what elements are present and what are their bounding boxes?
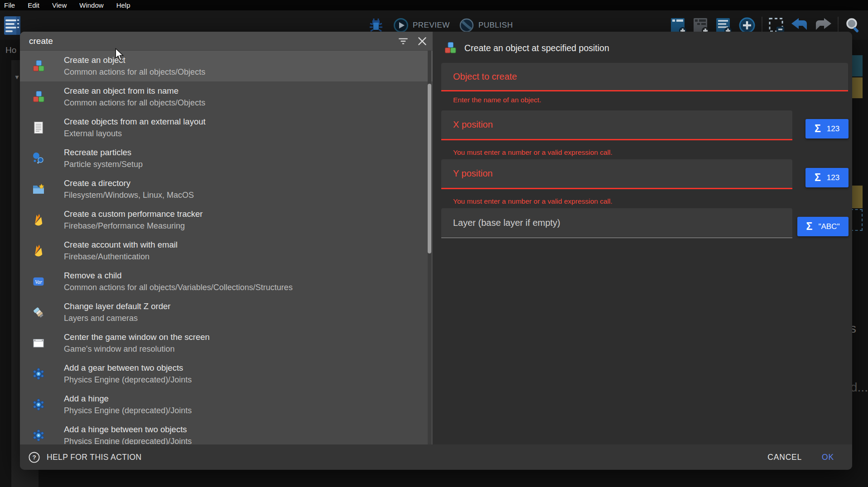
toolbar-separator [762, 17, 762, 34]
sigma-icon: Σ [815, 172, 821, 183]
action-item-title: Recreate particles [64, 148, 143, 158]
physics-icon [32, 398, 45, 411]
y-position-field[interactable]: Y position [441, 159, 792, 189]
action-list-item[interactable]: Recreate particles Particle system/Setup [20, 143, 433, 174]
preview-button[interactable]: PREVIEW [393, 18, 450, 33]
sigma-icon: Σ [806, 221, 813, 232]
action-search-panel: Create an object Common actions for all … [20, 32, 433, 444]
help-icon: ? [28, 451, 40, 463]
debug-icon[interactable] [368, 17, 384, 33]
action-list-item[interactable]: Add a hinge Physics Engine (deprecated)/… [20, 389, 433, 420]
preview-label: PREVIEW [413, 21, 450, 30]
chevron-down-icon: ▼ [14, 74, 20, 81]
menu-edit[interactable]: Edit [28, 1, 39, 9]
action-item-subtitle: Physics Engine (deprecated)/Joints [64, 406, 192, 415]
cubes-icon [444, 41, 457, 55]
action-item-title: Change layer default Z order [64, 301, 171, 311]
action-item-title: Create account with with email [64, 240, 178, 250]
background-text-fragment: d... [850, 380, 868, 395]
menu-window[interactable]: Window [79, 1, 103, 9]
physics-icon [32, 429, 45, 442]
project-manager-icon[interactable] [3, 15, 22, 38]
action-item-subtitle: Physics Engine (deprecated)/Joints [64, 375, 192, 385]
action-list-item[interactable]: Create account with with email Firebase/… [20, 235, 433, 266]
action-item-title: Add a gear between two objects [64, 363, 192, 373]
action-item-subtitle: Common actions for all objects/Variables… [64, 283, 293, 292]
y-position-error: You must enter a number or a valid expre… [453, 197, 612, 205]
menu-file[interactable]: File [4, 1, 15, 9]
action-item-subtitle: Physics Engine (deprecated)/Joints [64, 437, 192, 444]
action-item-subtitle: Common actions for all objects/Objects [64, 67, 205, 77]
y-position-label: Y position [453, 168, 492, 179]
cubes-icon [32, 59, 45, 73]
action-item-subtitle: Firebase/Performance Measuring [64, 221, 203, 231]
firebase-icon [32, 244, 45, 258]
dialog-footer: ? HELP FOR THIS ACTION CANCEL OK [20, 444, 852, 470]
layers-icon [32, 306, 45, 319]
action-list-item[interactable]: Var Remove a child Common actions for al… [20, 266, 433, 297]
toolbar-separator [838, 17, 839, 34]
action-item-title: Add a hinge [64, 394, 192, 404]
menu-help[interactable]: Help [116, 1, 130, 9]
preview-play-icon [393, 18, 409, 33]
redo-button[interactable] [814, 18, 832, 33]
remove-selection-button[interactable] [768, 17, 785, 34]
publish-button[interactable]: PUBLISH [459, 18, 513, 33]
sigma-button-label: 123 [827, 173, 839, 182]
y-expression-builder-button[interactable]: Σ 123 [805, 168, 849, 187]
action-item-subtitle: Common actions for all objects/Objects [64, 98, 205, 108]
svg-text:Var: Var [35, 279, 43, 285]
layer-field[interactable]: Layer (base layer if empty) [441, 208, 792, 238]
action-item-subtitle: Firebase/Authentication [64, 252, 178, 262]
ok-button[interactable]: OK [822, 453, 834, 462]
menu-bar: FileEditViewWindowHelp [0, 0, 868, 10]
action-item-title: Create an object [64, 55, 205, 65]
x-position-error: You must enter a number or a valid expre… [453, 148, 612, 157]
publish-label: PUBLISH [478, 21, 513, 30]
spreadsheet-icon [32, 121, 45, 134]
action-list-item[interactable]: Create objects from an external layout E… [20, 112, 433, 143]
object-to-create-helper: Enter the name of an object. [453, 96, 541, 104]
object-to-create-label: Object to create [453, 72, 517, 82]
help-label: HELP FOR THIS ACTION [47, 453, 142, 462]
x-position-field[interactable]: X position [441, 110, 792, 140]
action-item-title: Center the game window on the screen [64, 332, 210, 342]
action-list-item[interactable]: Create a custom performance tracker Fire… [20, 205, 433, 235]
cubes-icon [32, 90, 45, 104]
action-chooser-dialog: Create an object Common actions for all … [20, 32, 852, 470]
filter-icon[interactable] [397, 35, 409, 47]
search-bar [20, 32, 433, 51]
action-list-item[interactable]: Add a hinge between two objects Physics … [20, 420, 433, 444]
action-item-title: Add a hinge between two objects [64, 425, 192, 434]
var-icon: Var [32, 275, 45, 288]
help-for-this-action-button[interactable]: ? HELP FOR THIS ACTION [28, 451, 142, 463]
sigma-button-label: "ABC" [818, 222, 839, 231]
action-list-item[interactable]: Create an object Common actions for all … [20, 51, 433, 81]
tab-home[interactable]: Ho [5, 45, 16, 55]
scrollbar-thumb[interactable] [428, 84, 431, 253]
action-item-subtitle: External layouts [64, 129, 206, 138]
cancel-button[interactable]: CANCEL [767, 453, 802, 462]
action-item-subtitle: Filesystem/Windows, Linux, MacOS [64, 191, 194, 200]
action-item-subtitle: Particle system/Setup [64, 160, 143, 169]
list-scrollbar[interactable] [428, 51, 431, 444]
layer-label: Layer (base layer if empty) [453, 218, 560, 228]
action-item-title: Create an object from its name [64, 86, 205, 96]
layer-expression-builder-button[interactable]: Σ "ABC" [797, 217, 849, 236]
action-list-item[interactable]: Create a directory Filesystem/Windows, L… [20, 174, 433, 205]
action-list-item[interactable]: Add a gear between two objects Physics E… [20, 358, 433, 389]
object-to-create-field[interactable]: Object to create [441, 63, 848, 91]
menu-view[interactable]: View [52, 1, 67, 9]
x-expression-builder-button[interactable]: Σ 123 [805, 119, 849, 138]
action-list-item[interactable]: Change layer default Z order Layers and … [20, 297, 433, 328]
x-position-label: X position [453, 119, 493, 130]
undo-button[interactable] [791, 18, 809, 33]
action-list-item[interactable]: Create an object from its name Common ac… [20, 81, 433, 112]
close-icon[interactable] [416, 35, 428, 47]
mouse-cursor [114, 48, 125, 63]
action-item-title: Remove a child [64, 271, 293, 281]
action-item-subtitle: Layers and cameras [64, 314, 171, 323]
details-header: Create an object at specified position [444, 41, 609, 55]
search-input[interactable] [29, 36, 390, 46]
action-list-item[interactable]: Center the game window on the screen Gam… [20, 328, 433, 358]
